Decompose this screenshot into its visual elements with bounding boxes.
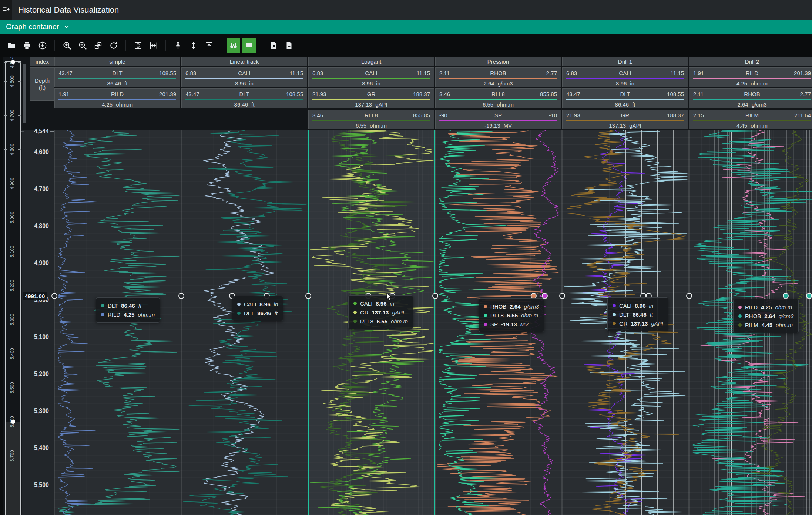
mini-depth-label: 5,300 [10, 314, 15, 325]
fit-height-button[interactable] [131, 38, 145, 53]
refresh-button[interactable] [107, 38, 120, 53]
curve-min: 6.83 [566, 70, 577, 76]
track-title[interactable]: Drill 1 [562, 57, 688, 66]
depth-minor-tick [21, 131, 24, 132]
curve-scale-row: 6.83CALI11.15 [309, 68, 434, 77]
curve-header[interactable]: 2.11RHOB2.772.64g/cm3 [435, 67, 561, 87]
curve-scale-row: 43.47DLT108.55 [182, 89, 307, 98]
zoom-in-button[interactable] [60, 38, 74, 53]
mini-range-handle-bottom[interactable] [11, 420, 15, 424]
curve-header[interactable]: 3.46RLL8855.856.55ohm.m [308, 110, 434, 129]
curve-scale-row: 6.83CALI11.15 [182, 68, 307, 77]
tooltip-curve-name: GR [619, 320, 628, 327]
curve-header[interactable]: 43.47DLT108.5586.46ft [181, 88, 307, 108]
tooltip-row: CALI8.96in [237, 300, 278, 309]
curve-header[interactable]: 21.93GR188.37137.13gAPI [562, 110, 688, 129]
curve-unit: ohm.m [751, 122, 768, 129]
curve-value: 137.13 [609, 122, 626, 129]
curve-header[interactable]: 43.47DLT108.5586.46ft [54, 67, 180, 87]
tooltip-curve-unit: MV [520, 321, 529, 327]
folder-open-icon [7, 41, 16, 50]
curve-header[interactable]: 43.47DLT108.5586.46ft [562, 88, 688, 108]
curve-value-row: 2.64g/cm3 [689, 101, 812, 108]
download-button[interactable] [36, 38, 49, 53]
tooltip-bubble-icon [244, 41, 254, 50]
curve-header[interactable]: 21.93GR188.37137.13gAPI [308, 88, 434, 108]
track-plot-linear-track[interactable] [181, 130, 308, 515]
pin-button[interactable] [171, 38, 185, 53]
zoom-out-button[interactable] [76, 38, 89, 53]
track-title[interactable]: Pression [435, 57, 561, 66]
curve-value-row: 8.96in [309, 80, 434, 87]
curve-color-dot [484, 314, 487, 317]
curve-value-row: 2.64g/cm3 [436, 80, 561, 87]
curve-value-row: 137.13gAPI [563, 122, 688, 129]
curve-unit: in [630, 80, 634, 87]
depth-label: 5,200 [27, 371, 49, 377]
curve-min: 43.47 [185, 91, 199, 97]
track-title[interactable]: Drill 2 [689, 57, 812, 66]
graph-container-bar[interactable]: Graph container [0, 20, 812, 34]
curve-value: 86.46 [234, 101, 248, 108]
depth-axis-unit: (ft) [39, 84, 46, 91]
mini-depth-label: 4,800 [10, 144, 15, 155]
file-save-button[interactable] [282, 38, 296, 53]
tooltip-curve-name: CALI [619, 303, 631, 309]
curve-min: -90 [439, 112, 447, 118]
curve-header[interactable]: 6.83CALI11.158.96in [181, 67, 307, 87]
curve-header[interactable]: 1.91RILD201.394.25ohm.m [689, 67, 812, 87]
mini-scrollbar-thumb[interactable] [23, 64, 26, 123]
tooltip-curve-unit: ohm.m [776, 322, 793, 328]
fit-width-icon [149, 41, 158, 50]
curve-header[interactable]: 2.11RHOB2.772.64g/cm3 [689, 88, 812, 108]
mini-tick [4, 81, 7, 82]
curve-header[interactable]: 1.91RILD201.394.25ohm.m [54, 88, 180, 108]
curve-header[interactable]: 6.83CALI11.158.96in [308, 67, 434, 87]
track-title[interactable]: Loagarit [308, 57, 434, 66]
curve-color-underline [566, 99, 684, 100]
binoculars-button[interactable] [227, 38, 240, 53]
curve-header[interactable]: -90SP-10-19.13MV [435, 110, 561, 129]
mini-tick [18, 218, 21, 218]
move-vertical-button[interactable] [187, 38, 200, 53]
app-bar: Historical Data Visualization [0, 0, 812, 20]
tooltip-bubble-button[interactable] [242, 38, 256, 53]
curve-header[interactable]: 3.46RLL8855.856.55ohm.m [435, 88, 561, 108]
curve-header[interactable]: 6.83CALI11.158.96in [562, 67, 688, 87]
tooltip-curve-value: 4.25 [761, 304, 772, 310]
tooltip-curve-value: 6.55 [507, 312, 518, 319]
fit-width-button[interactable] [147, 38, 160, 53]
curve-max: 201.39 [794, 70, 811, 76]
tooltip-row: DLT86.46ft [237, 309, 278, 317]
track-plot-simple[interactable] [54, 130, 181, 515]
tooltip-curve-unit: in [649, 303, 654, 309]
curve-color-underline [439, 78, 557, 79]
curve-color-dot [484, 323, 487, 326]
curve-header[interactable]: 2.15RILM211.644.45ohm.m [689, 110, 812, 129]
pin-icon [173, 41, 183, 50]
curve-unit: ft [632, 101, 635, 108]
printer-icon [22, 41, 32, 50]
scroll-to-top-button[interactable] [202, 38, 216, 53]
curve-scale-row: 2.11RHOB2.77 [689, 89, 812, 98]
track-title[interactable]: simple [54, 57, 180, 66]
mini-range-handle-top[interactable] [11, 60, 15, 64]
folder-open-button[interactable] [4, 38, 18, 53]
track-title[interactable]: Linear track [181, 57, 307, 66]
index-depth-header: Depth(ft) [30, 67, 54, 101]
curve-unit: ft [124, 80, 127, 87]
binoculars-icon [229, 41, 238, 50]
menu-expand-button[interactable] [0, 0, 12, 20]
curve-max: -10 [549, 112, 557, 118]
depth-minor-tick [21, 485, 24, 485]
tooltip-curve-name: DLT [108, 303, 118, 309]
mini-depth-label: 4,900 [10, 178, 15, 189]
printer-button[interactable] [20, 38, 34, 53]
curve-value: 4.25 [102, 101, 113, 108]
resize-window-button[interactable] [91, 38, 105, 53]
curve-color-underline [58, 99, 176, 100]
curve-max: 855.85 [540, 91, 557, 97]
crosshair-tooltip: CALI8.96inDLT86.46ft [232, 296, 283, 321]
curve-value-row: 4.25ohm.m [55, 101, 180, 108]
file-export-button[interactable] [266, 38, 280, 53]
